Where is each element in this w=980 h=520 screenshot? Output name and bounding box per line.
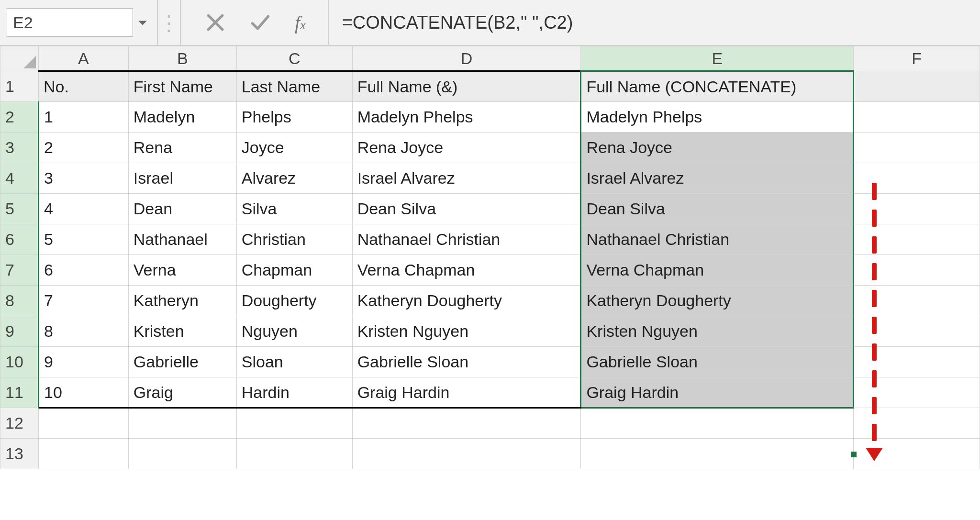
cell-D10[interactable]: Gabrielle Sloan <box>352 347 581 377</box>
col-heading-B[interactable]: B <box>128 46 236 71</box>
enter-icon[interactable] <box>250 12 271 33</box>
cell-B11[interactable]: Graig <box>128 377 236 408</box>
cell-A1[interactable]: No. <box>38 71 128 102</box>
cancel-icon[interactable] <box>205 12 226 33</box>
cell-F7[interactable] <box>854 255 980 286</box>
cell-A6[interactable]: 5 <box>38 224 128 255</box>
cell-B8[interactable]: Katheryn <box>128 286 236 316</box>
cell-C6[interactable]: Christian <box>236 224 352 255</box>
row-heading-8[interactable]: 8 <box>0 286 39 316</box>
cell-D9[interactable]: Kristen Nguyen <box>352 316 581 347</box>
cell-D4[interactable]: Israel Alvarez <box>352 163 581 194</box>
cell-D13[interactable] <box>352 439 581 469</box>
col-heading-E[interactable]: E <box>581 46 854 71</box>
cell-C10[interactable]: Sloan <box>236 347 352 377</box>
cell-F9[interactable] <box>854 316 980 347</box>
name-box-dropdown-icon[interactable] <box>133 13 152 32</box>
cell-E4[interactable]: Israel Alvarez <box>581 163 854 194</box>
cell-B9[interactable]: Kristen <box>128 316 236 347</box>
cell-A13[interactable] <box>38 439 128 469</box>
row-heading-3[interactable]: 3 <box>0 133 39 163</box>
cell-C7[interactable]: Chapman <box>236 255 352 286</box>
cell-C11[interactable]: Hardin <box>236 377 352 408</box>
cell-F5[interactable] <box>854 194 980 224</box>
formula-input[interactable]: =CONCATENATE(B2," ",C2) <box>329 0 980 45</box>
row-heading-11[interactable]: 11 <box>0 377 39 408</box>
cell-E2[interactable]: Madelyn Phelps <box>581 102 854 133</box>
cell-B12[interactable] <box>128 408 236 439</box>
cell-D11[interactable]: Graig Hardin <box>352 377 581 408</box>
cell-D6[interactable]: Nathanael Christian <box>352 224 581 255</box>
cell-C1[interactable]: Last Name <box>236 71 352 102</box>
cell-A7[interactable]: 6 <box>38 255 128 286</box>
cell-C8[interactable]: Dougherty <box>236 286 352 316</box>
row-heading-7[interactable]: 7 <box>0 255 39 286</box>
cell-E5[interactable]: Dean Silva <box>581 194 854 224</box>
cell-F2[interactable] <box>854 102 980 133</box>
cell-A11[interactable]: 10 <box>38 377 128 408</box>
cell-E9[interactable]: Kristen Nguyen <box>581 316 854 347</box>
cell-B1[interactable]: First Name <box>128 71 236 102</box>
cell-F11[interactable] <box>854 377 980 408</box>
cell-A12[interactable] <box>38 408 128 439</box>
cell-E1[interactable]: Full Name (CONCATENATE) <box>581 71 854 102</box>
row-heading-4[interactable]: 4 <box>0 163 39 194</box>
cell-B5[interactable]: Dean <box>128 194 236 224</box>
cell-B13[interactable] <box>128 439 236 469</box>
name-box[interactable]: E2 <box>7 8 133 37</box>
cell-A2[interactable]: 1 <box>38 102 128 133</box>
cell-C5[interactable]: Silva <box>236 194 352 224</box>
cell-F4[interactable] <box>854 163 980 194</box>
cell-A9[interactable]: 8 <box>38 316 128 347</box>
row-heading-5[interactable]: 5 <box>0 194 39 224</box>
col-heading-A[interactable]: A <box>38 46 128 71</box>
insert-function-icon[interactable]: fx <box>295 11 309 34</box>
cell-A10[interactable]: 9 <box>38 347 128 377</box>
cell-E10[interactable]: Gabrielle Sloan <box>581 347 854 377</box>
cell-E11[interactable]: Graig Hardin <box>581 377 854 408</box>
row-heading-1[interactable]: 1 <box>0 71 39 102</box>
cell-D3[interactable]: Rena Joyce <box>352 133 581 163</box>
cell-D12[interactable] <box>352 408 581 439</box>
cell-E3[interactable]: Rena Joyce <box>581 133 854 163</box>
cell-E13[interactable] <box>581 439 854 469</box>
cell-D5[interactable]: Dean Silva <box>352 194 581 224</box>
cell-F13[interactable] <box>854 439 980 469</box>
cell-D8[interactable]: Katheryn Dougherty <box>352 286 581 316</box>
cell-B6[interactable]: Nathanael <box>128 224 236 255</box>
cell-B3[interactable]: Rena <box>128 133 236 163</box>
cell-C3[interactable]: Joyce <box>236 133 352 163</box>
cell-F6[interactable] <box>854 224 980 255</box>
col-heading-D[interactable]: D <box>352 46 581 71</box>
col-heading-F[interactable]: F <box>854 46 980 71</box>
cell-C2[interactable]: Phelps <box>236 102 352 133</box>
cell-E6[interactable]: Nathanael Christian <box>581 224 854 255</box>
row-heading-10[interactable]: 10 <box>0 347 39 377</box>
col-heading-C[interactable]: C <box>236 46 352 71</box>
cell-C4[interactable]: Alvarez <box>236 163 352 194</box>
row-heading-12[interactable]: 12 <box>0 408 39 439</box>
cell-B4[interactable]: Israel <box>128 163 236 194</box>
cell-F8[interactable] <box>854 286 980 316</box>
cell-E12[interactable] <box>581 408 854 439</box>
row-heading-13[interactable]: 13 <box>0 439 39 469</box>
fill-handle-icon[interactable] <box>851 452 857 457</box>
cell-D7[interactable]: Verna Chapman <box>352 255 581 286</box>
cell-A3[interactable]: 2 <box>38 133 128 163</box>
cell-A8[interactable]: 7 <box>38 286 128 316</box>
row-heading-6[interactable]: 6 <box>0 224 39 255</box>
cell-D2[interactable]: Madelyn Phelps <box>352 102 581 133</box>
row-heading-2[interactable]: 2 <box>0 102 39 133</box>
row-heading-9[interactable]: 9 <box>0 316 39 347</box>
cell-D1[interactable]: Full Name (&) <box>352 71 581 102</box>
cell-B2[interactable]: Madelyn <box>128 102 236 133</box>
cell-C13[interactable] <box>236 439 352 469</box>
cell-B7[interactable]: Verna <box>128 255 236 286</box>
cell-F3[interactable] <box>854 133 980 163</box>
cell-A5[interactable]: 4 <box>38 194 128 224</box>
select-all-corner[interactable] <box>0 46 39 71</box>
cell-F1[interactable] <box>854 71 980 102</box>
worksheet-grid[interactable]: A B C D E F 1 No. First Name Last Name F… <box>0 46 980 469</box>
cell-A4[interactable]: 3 <box>38 163 128 194</box>
cell-E8[interactable]: Katheryn Dougherty <box>581 286 854 316</box>
